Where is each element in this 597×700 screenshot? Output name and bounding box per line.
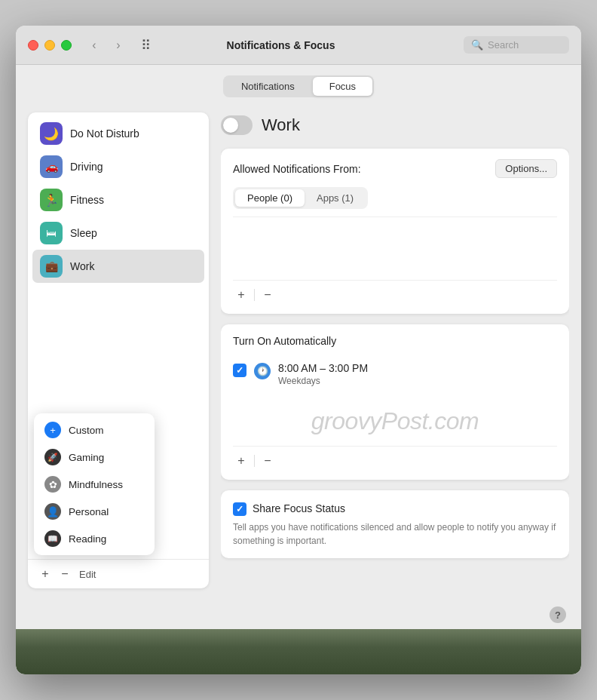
maximize-button[interactable] [61,40,72,51]
sidebar-item-label: Do Not Disturb [70,127,139,140]
sidebar-item-sleep[interactable]: 🛏 Sleep [32,216,204,250]
tab-pill-apps[interactable]: Apps (1) [305,189,366,207]
tab-pill-people[interactable]: People (0) [235,189,305,207]
content-area: 🌙 Do Not Disturb 🚗 Driving 🏃 Fitness 🛏 S… [16,105,581,600]
auto-header: Turn On Automatically [233,335,557,347]
auto-days: Weekdays [278,376,557,386]
clock-icon: 🕐 [254,363,271,379]
main-panel: Work Allowed Notifications From: Options… [221,112,569,588]
notifications-header: Allowed Notifications From: Options... [233,159,557,178]
do-not-disturb-icon: 🌙 [40,122,63,145]
dropdown-menu: + Custom 🚀 Gaming ✿ Mindfulness 👤 Person… [34,413,155,555]
gaming-icon: 🚀 [44,449,61,465]
sidebar-item-label: Work [70,260,94,272]
remove-notification-button[interactable]: − [259,287,276,303]
add-focus-button[interactable]: + [37,566,54,582]
dropdown-label-mindfulness: Mindfulness [69,479,123,490]
window-title: Notifications & Focus [98,39,464,51]
notifications-title: Allowed Notifications From: [233,163,361,175]
sidebar-item-label: Fitness [70,194,104,206]
auto-section: Turn On Automatically 🕐 8:00 AM – 3:00 P… [221,324,569,480]
share-header: Share Focus Status [233,501,557,516]
work-icon: 💼 [40,255,63,278]
dropdown-item-reading[interactable]: 📖 Reading [34,525,155,552]
dropdown-item-gaming[interactable]: 🚀 Gaming [34,444,155,471]
dropdown-item-mindfulness[interactable]: ✿ Mindfulness [34,471,155,498]
notifications-area [233,216,557,277]
traffic-lights [28,40,72,51]
dropdown-label-custom: Custom [69,425,104,436]
tab-notifications[interactable]: Notifications [225,77,311,96]
divider [254,289,255,301]
sidebar-item-label: Sleep [70,227,97,239]
search-bar[interactable]: 🔍 Search [464,36,569,54]
sidebar-item-driving[interactable]: 🚗 Driving [32,150,204,183]
mindfulness-icon: ✿ [44,476,61,493]
options-button[interactable]: Options... [495,159,557,178]
personal-icon: 👤 [44,503,61,520]
close-button[interactable] [28,40,38,51]
sidebar-item-fitness[interactable]: 🏃 Fitness [32,183,204,216]
minimize-button[interactable] [44,40,55,51]
auto-checkbox[interactable] [233,364,246,377]
search-placeholder: Search [488,39,519,51]
dropdown-item-custom[interactable]: + Custom [34,416,155,444]
auto-time: 8:00 AM – 3:00 PM [278,362,557,374]
notifications-section: Allowed Notifications From: Options... P… [221,149,569,314]
watermark: groovyPost.com [233,392,557,443]
auto-add-remove: + − [233,446,557,469]
driving-icon: 🚗 [40,155,63,178]
dropdown-label-reading: Reading [69,533,106,545]
share-section: Share Focus Status Tell apps you have no… [221,490,569,558]
divider2 [254,455,255,467]
custom-icon: + [44,422,61,438]
help-button[interactable]: ? [550,606,566,623]
share-title: Share Focus Status [253,502,345,514]
notification-tabs: People (0) Apps (1) [233,187,368,209]
share-description: Tell apps you have notifications silence… [233,520,557,548]
titlebar: ‹ › ⠿ Notifications & Focus 🔍 Search [16,26,581,65]
work-heading: Work [262,115,300,135]
auto-text: 8:00 AM – 3:00 PM Weekdays [278,362,557,386]
add-notification-button[interactable]: + [233,287,250,303]
dropdown-label-gaming: Gaming [69,452,104,463]
sidebar-item-do-not-disturb[interactable]: 🌙 Do Not Disturb [32,117,204,150]
share-checkbox[interactable] [233,502,246,516]
sidebar-item-work[interactable]: 💼 Work [32,250,204,283]
bottom-bar: ? [16,600,581,629]
tabbar: Notifications Focus [16,65,581,105]
scenic-strip [16,629,581,674]
remove-focus-button[interactable]: − [57,566,73,582]
auto-entry: 🕐 8:00 AM – 3:00 PM Weekdays [233,356,557,392]
tab-group: Notifications Focus [223,75,374,97]
dropdown-item-personal[interactable]: 👤 Personal [34,498,155,525]
edit-focus-button[interactable]: Edit [79,569,96,580]
sleep-icon: 🛏 [40,222,63,244]
remove-auto-button[interactable]: − [259,453,276,469]
main-window: ‹ › ⠿ Notifications & Focus 🔍 Search Not… [16,26,581,674]
add-auto-button[interactable]: + [233,453,250,469]
dropdown-label-personal: Personal [69,506,109,517]
notifications-add-remove: + − [233,280,557,303]
scenic-background [16,629,581,674]
sidebar-item-label: Driving [70,161,103,173]
search-icon: 🔍 [471,39,483,51]
reading-icon: 📖 [44,530,61,547]
tab-focus[interactable]: Focus [313,77,372,96]
sidebar: 🌙 Do Not Disturb 🚗 Driving 🏃 Fitness 🛏 S… [28,112,209,588]
fitness-icon: 🏃 [40,189,63,211]
auto-title: Turn On Automatically [233,335,336,347]
work-header: Work [221,112,569,138]
sidebar-footer: + − Edit [28,559,209,588]
work-toggle[interactable] [221,115,253,135]
